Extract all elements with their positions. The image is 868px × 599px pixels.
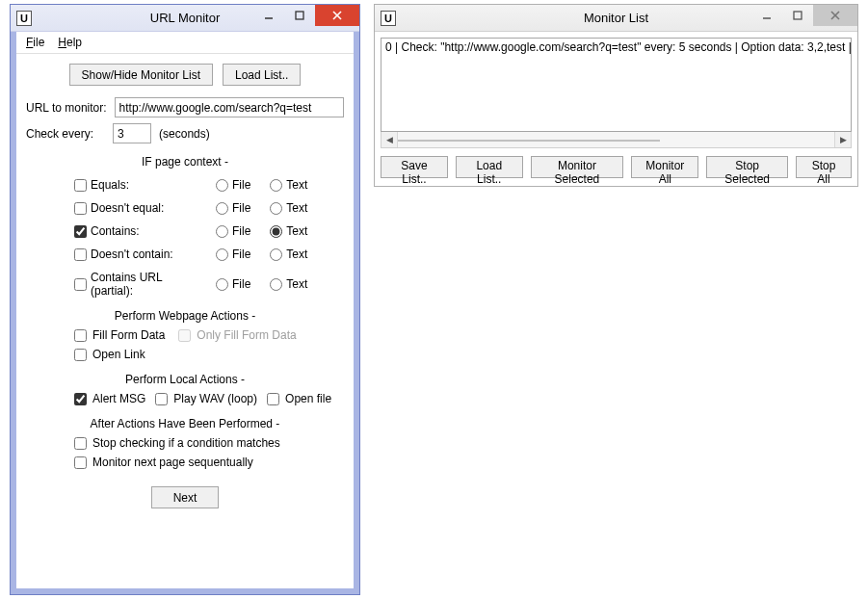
svg-rect-5 xyxy=(794,12,802,19)
condition-checkbox[interactable] xyxy=(74,202,87,215)
titlebar[interactable]: U Monitor List xyxy=(375,5,857,32)
file-radio-pair[interactable]: File xyxy=(216,247,250,261)
monitor-listbox[interactable]: 0 | Check: "http://www.google.com/search… xyxy=(381,38,852,132)
open-file-label: Open file xyxy=(285,392,331,405)
condition-row: Equals:FileText xyxy=(74,178,344,192)
maximize-button[interactable] xyxy=(782,5,813,26)
text-radio[interactable] xyxy=(270,225,282,238)
file-radio[interactable] xyxy=(216,202,228,215)
stop-selected-button[interactable]: Stop Selected xyxy=(706,156,788,178)
app-icon: U xyxy=(381,11,396,26)
monitor-selected-button[interactable]: Monitor Selected xyxy=(531,156,624,178)
file-radio-pair[interactable]: File xyxy=(216,178,250,192)
alert-msg-checkbox[interactable] xyxy=(74,393,87,405)
url-monitor-window: U URL Monitor File Help Show/Hide Monito… xyxy=(10,4,360,595)
condition-checkbox[interactable] xyxy=(74,179,87,192)
text-radio[interactable] xyxy=(270,278,282,291)
text-radio-label: Text xyxy=(286,201,307,215)
check-interval-input[interactable] xyxy=(113,123,151,143)
monitor-all-button[interactable]: Monitor All xyxy=(631,156,698,178)
alert-msg-label: Alert MSG xyxy=(92,392,145,405)
text-radio[interactable] xyxy=(270,179,282,192)
menu-file[interactable]: File xyxy=(26,36,44,49)
only-fill-label: Only Fill Form Data xyxy=(197,328,296,342)
text-radio-label: Text xyxy=(286,277,307,291)
close-button[interactable] xyxy=(813,5,857,26)
condition-label: Doesn't contain: xyxy=(91,247,206,261)
load-list-button[interactable]: Load List.. xyxy=(223,64,301,86)
radio-group: FileText xyxy=(216,201,307,215)
scroll-thumb[interactable] xyxy=(398,140,660,142)
file-radio[interactable] xyxy=(216,179,228,192)
horizontal-scrollbar[interactable]: ◀ ▶ xyxy=(381,132,852,148)
titlebar[interactable]: U URL Monitor xyxy=(11,5,359,32)
radio-group: FileText xyxy=(216,247,307,261)
play-wav-label: Play WAV (loop) xyxy=(173,392,257,405)
check-suffix: (seconds) xyxy=(159,127,210,141)
url-input[interactable] xyxy=(115,97,344,117)
condition-label: Doesn't equal: xyxy=(91,201,206,215)
condition-checkbox[interactable] xyxy=(74,248,87,261)
radio-group: FileText xyxy=(216,224,307,238)
url-label: URL to monitor: xyxy=(26,101,107,115)
fill-form-checkbox[interactable] xyxy=(74,329,87,342)
text-radio-pair[interactable]: Text xyxy=(270,201,307,215)
text-radio[interactable] xyxy=(270,202,282,215)
text-radio-pair[interactable]: Text xyxy=(270,224,307,238)
file-radio-label: File xyxy=(232,178,250,192)
radio-group: FileText xyxy=(216,277,307,291)
fill-form-label: Fill Form Data xyxy=(92,328,165,342)
file-radio-label: File xyxy=(232,247,250,261)
file-radio-label: File xyxy=(232,201,250,215)
scroll-right-icon[interactable]: ▶ xyxy=(834,132,851,147)
maximize-button[interactable] xyxy=(284,5,315,26)
client-area: Show/Hide Monitor List Load List.. URL t… xyxy=(16,54,354,588)
condition-row: Doesn't equal:FileText xyxy=(74,201,344,215)
condition-label: Contains: xyxy=(91,224,206,238)
condition-checkbox[interactable] xyxy=(74,278,87,291)
menu-help[interactable]: Help xyxy=(58,36,82,49)
text-radio-pair[interactable]: Text xyxy=(270,277,307,291)
condition-label: Contains URL (partial): xyxy=(91,271,206,298)
condition-checkbox[interactable] xyxy=(74,225,87,238)
minimize-button[interactable] xyxy=(253,5,284,26)
monitor-next-label: Monitor next page sequentually xyxy=(92,456,253,469)
file-radio[interactable] xyxy=(216,248,228,261)
text-radio-label: Text xyxy=(286,224,307,238)
scroll-left-icon[interactable]: ◀ xyxy=(381,132,398,147)
close-button[interactable] xyxy=(315,5,359,26)
svg-rect-1 xyxy=(296,12,303,19)
file-radio-pair[interactable]: File xyxy=(216,201,250,215)
load-list-button[interactable]: Load List.. xyxy=(456,156,523,178)
open-link-checkbox[interactable] xyxy=(74,349,87,361)
section-after: After Actions Have Been Performed - xyxy=(26,417,344,430)
radio-group: FileText xyxy=(216,178,307,192)
stop-all-button[interactable]: Stop All xyxy=(796,156,852,178)
text-radio-pair[interactable]: Text xyxy=(270,247,307,261)
monitor-next-checkbox[interactable] xyxy=(74,456,87,469)
play-wav-checkbox[interactable] xyxy=(155,393,168,405)
save-list-button[interactable]: Save List.. xyxy=(381,156,448,178)
condition-row: Contains URL (partial):FileText xyxy=(74,271,344,298)
minimize-button[interactable] xyxy=(751,5,782,26)
text-radio-pair[interactable]: Text xyxy=(270,178,307,192)
next-button[interactable]: Next xyxy=(151,486,219,508)
file-radio-pair[interactable]: File xyxy=(216,277,250,291)
text-radio-label: Text xyxy=(286,247,307,261)
list-item[interactable]: 0 | Check: "http://www.google.com/search… xyxy=(385,40,847,54)
file-radio[interactable] xyxy=(216,278,228,291)
condition-row: Contains:FileText xyxy=(74,224,344,238)
stop-checking-label: Stop checking if a condition matches xyxy=(92,436,280,450)
open-file-checkbox[interactable] xyxy=(267,393,279,405)
text-radio[interactable] xyxy=(270,248,282,261)
file-radio-pair[interactable]: File xyxy=(216,224,250,238)
show-hide-button[interactable]: Show/Hide Monitor List xyxy=(69,64,213,86)
section-conditions: IF page context - xyxy=(26,155,344,169)
check-every-label: Check every: xyxy=(26,127,93,141)
file-radio[interactable] xyxy=(216,225,228,238)
menubar: File Help xyxy=(16,32,354,54)
text-radio-label: Text xyxy=(286,178,307,192)
condition-row: Doesn't contain:FileText xyxy=(74,247,344,261)
stop-checking-checkbox[interactable] xyxy=(74,437,87,450)
section-web-actions: Perform Webpage Actions - xyxy=(26,309,344,323)
